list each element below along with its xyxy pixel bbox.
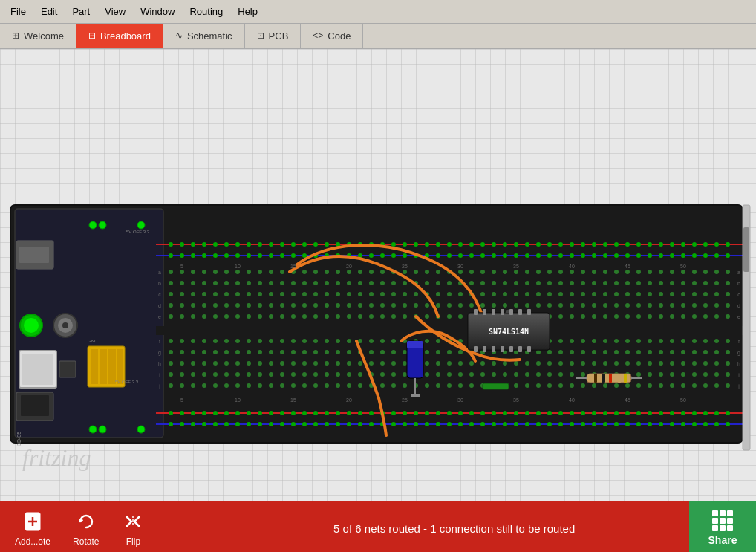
svg-rect-758 — [501, 309, 504, 315]
svg-point-320 — [514, 303, 518, 308]
svg-point-540 — [681, 361, 685, 366]
menu-window[interactable]: Window — [133, 3, 182, 20]
svg-point-223 — [570, 281, 574, 285]
menu-edit[interactable]: Edit — [33, 3, 65, 20]
canvas-area[interactable]: 5V OFF 3.3 GND 5V OFF 3.3 3D-05 — [0, 49, 756, 501]
svg-text:50: 50 — [680, 264, 686, 269]
svg-point-338 — [714, 303, 719, 308]
svg-point-66 — [525, 242, 529, 247]
svg-point-336 — [692, 303, 697, 308]
tab-breadboard[interactable]: ⊟ Breadboard — [76, 24, 163, 48]
svg-point-607 — [291, 383, 296, 388]
svg-point-235 — [703, 281, 708, 285]
svg-point-699 — [180, 422, 184, 426]
svg-point-142 — [235, 270, 240, 274]
svg-point-546 — [180, 372, 184, 377]
svg-point-623 — [469, 383, 474, 388]
svg-rect-775 — [624, 374, 627, 383]
svg-point-605 — [269, 383, 273, 388]
menu-part[interactable]: Part — [65, 3, 97, 20]
svg-point-402 — [280, 339, 284, 343]
menu-view[interactable]: View — [97, 3, 133, 20]
svg-point-248 — [280, 292, 284, 296]
svg-point-340 — [169, 314, 173, 319]
svg-point-146 — [280, 270, 284, 274]
svg-point-660 — [313, 411, 318, 415]
svg-point-678 — [514, 411, 518, 415]
menu-file[interactable]: File — [3, 3, 33, 20]
svg-point-47 — [313, 242, 318, 247]
svg-point-200 — [313, 281, 318, 285]
svg-point-536 — [636, 361, 641, 366]
svg-point-254 — [347, 292, 351, 296]
svg-point-630 — [547, 383, 552, 388]
svg-rect-780 — [743, 227, 749, 272]
svg-point-620 — [436, 383, 440, 388]
svg-point-273 — [558, 292, 563, 296]
svg-text:25: 25 — [402, 397, 408, 403]
svg-point-193 — [235, 281, 240, 285]
svg-point-155 — [380, 270, 385, 274]
svg-rect-763 — [483, 346, 486, 352]
tab-schematic-label: Schematic — [187, 30, 232, 42]
svg-point-661 — [325, 411, 329, 415]
svg-point-711 — [313, 422, 318, 426]
svg-point-104 — [380, 253, 385, 258]
svg-point-514 — [391, 361, 396, 366]
svg-point-67 — [536, 242, 541, 247]
svg-point-360 — [391, 314, 396, 319]
svg-point-76 — [636, 242, 641, 247]
svg-text:g: g — [158, 350, 161, 356]
svg-point-229 — [636, 281, 641, 285]
share-label: Share — [708, 534, 737, 546]
svg-point-82 — [703, 242, 708, 247]
tab-welcome[interactable]: ⊞ Welcome — [0, 24, 76, 48]
add-button[interactable]: Add...ote — [15, 510, 50, 547]
svg-point-479 — [570, 350, 574, 354]
svg-point-663 — [347, 411, 351, 415]
svg-point-243 — [224, 292, 229, 296]
svg-point-215 — [480, 281, 485, 285]
svg-point-655 — [258, 411, 262, 415]
menu-routing[interactable]: Routing — [182, 3, 230, 20]
svg-point-734 — [570, 422, 574, 426]
svg-point-645 — [714, 383, 719, 388]
share-button[interactable]: Share — [689, 501, 756, 552]
menu-help[interactable]: Help — [230, 3, 265, 20]
svg-point-569 — [436, 372, 440, 377]
svg-point-557 — [302, 372, 307, 377]
svg-point-206 — [380, 281, 385, 285]
svg-point-729 — [514, 422, 518, 426]
svg-point-227 — [614, 281, 619, 285]
svg-point-168 — [525, 270, 529, 274]
svg-point-110 — [447, 253, 452, 258]
svg-point-280 — [636, 292, 641, 296]
svg-point-574 — [492, 372, 496, 377]
svg-point-504 — [280, 361, 284, 366]
svg-point-542 — [703, 361, 708, 366]
tab-code[interactable]: <> Code — [301, 24, 363, 48]
svg-point-268 — [503, 292, 507, 296]
rotate-button[interactable]: Rotate — [73, 510, 99, 547]
svg-point-604 — [258, 383, 262, 388]
flip-button[interactable]: Flip — [121, 510, 145, 547]
svg-point-705 — [247, 422, 251, 426]
svg-point-283 — [670, 292, 674, 296]
svg-point-255 — [358, 292, 362, 296]
svg-point-659 — [302, 411, 307, 415]
svg-point-444 — [180, 350, 184, 354]
svg-point-376 — [570, 314, 574, 319]
svg-point-263 — [447, 292, 452, 296]
tab-schematic[interactable]: ∿ Schematic — [163, 24, 245, 48]
svg-point-594 — [714, 372, 719, 377]
tab-pcb[interactable]: ⊡ PCB — [245, 24, 302, 48]
svg-point-211 — [436, 281, 440, 285]
svg-point-505 — [291, 361, 296, 366]
svg-point-305 — [347, 303, 351, 308]
svg-point-330 — [625, 303, 630, 308]
svg-rect-757 — [492, 309, 495, 315]
toolbar: Add...ote Rotate Flip 5 of 6 nets routed… — [0, 501, 756, 552]
svg-point-220 — [536, 281, 541, 285]
svg-point-160 — [436, 270, 440, 274]
svg-point-707 — [269, 422, 273, 426]
